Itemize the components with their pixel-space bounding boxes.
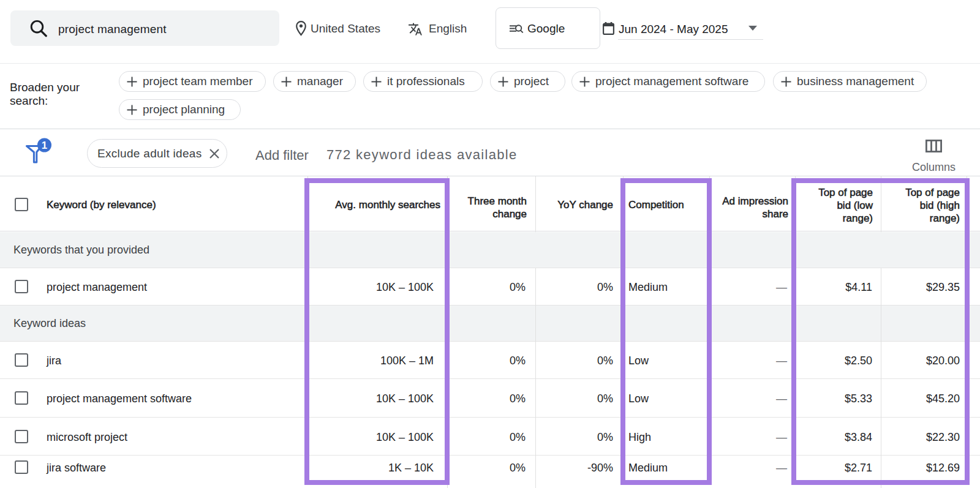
svg-text:1: 1	[42, 140, 47, 151]
